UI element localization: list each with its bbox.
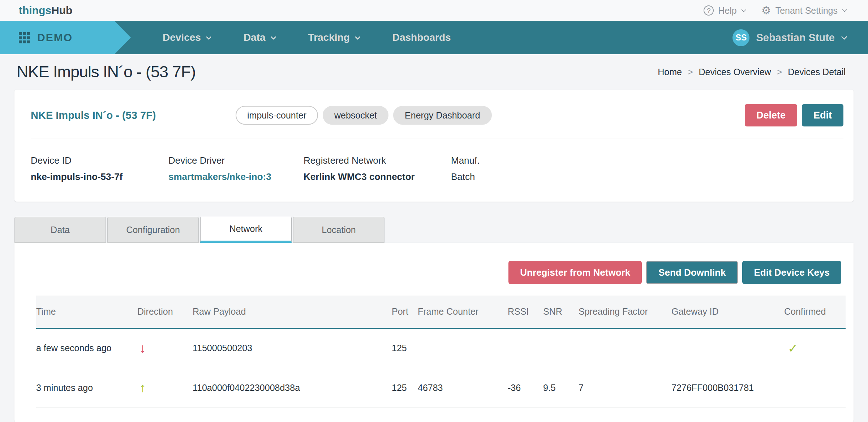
chevron-down-icon xyxy=(741,7,746,12)
nav-item-label: Dashboards xyxy=(392,32,451,43)
field-value: Kerlink WMC3 connector xyxy=(304,171,451,182)
tenant-settings-menu[interactable]: ⚙ Tenant Settings xyxy=(761,5,846,16)
field-device-driver: Device Driversmartmakers/nke-ino:3 xyxy=(168,155,304,182)
cell-spreading-factor: 7 xyxy=(579,408,671,422)
nav-item-devices[interactable]: Devices xyxy=(163,32,210,43)
page-header: NKE Impuls IN´o - (53 7F) Home>Devices O… xyxy=(0,54,868,90)
device-summary-card: NKE Impuls IN´o - (53 7F) impuls-counter… xyxy=(14,90,854,202)
tenant-switcher[interactable]: DEMO xyxy=(0,21,131,54)
column-header-spreading-factor: Spreading Factor xyxy=(579,296,671,328)
cell-time: 8 minutes ago xyxy=(36,408,137,422)
cell-time: 3 minutes ago xyxy=(36,368,137,408)
main-navbar: DEMO DevicesDataTrackingDashboards SS Se… xyxy=(0,21,868,54)
help-icon: ? xyxy=(704,5,714,16)
table-header-row: TimeDirectionRaw PayloadPortFrame Counte… xyxy=(36,296,846,328)
device-tags: impuls-counterwebsocketEnergy Dashboard xyxy=(236,106,492,125)
tenant-settings-label: Tenant Settings xyxy=(775,5,838,16)
column-header-time: Time xyxy=(36,296,137,328)
send-downlink-button[interactable]: Send Downlink xyxy=(646,261,738,284)
tab-location[interactable]: Location xyxy=(293,217,384,243)
chevron-down-icon xyxy=(842,7,847,12)
column-header-port: Port xyxy=(392,296,418,328)
field-value[interactable]: smartmakers/nke-ino:3 xyxy=(168,171,304,182)
cell-snr: 7.8 xyxy=(543,408,579,422)
field-device-id: Device IDnke-impuls-ino-53-7f xyxy=(31,155,168,182)
cell-time: a few seconds ago xyxy=(36,328,137,368)
field-label: Device Driver xyxy=(168,155,304,166)
uplink-table-wrap: TimeDirectionRaw PayloadPortFrame Counte… xyxy=(14,296,854,422)
column-header-frame-counter: Frame Counter xyxy=(418,296,508,328)
nav-item-label: Devices xyxy=(163,32,201,43)
table-row: 3 minutes ago↑110a000f0402230008d38a1254… xyxy=(36,368,846,408)
tab-network[interactable]: Network xyxy=(200,217,292,243)
edit-button[interactable]: Edit xyxy=(802,104,843,126)
breadcrumb-home[interactable]: Home xyxy=(658,67,682,77)
cell-confirmed: ✓ xyxy=(784,328,846,368)
nav-item-data[interactable]: Data xyxy=(244,32,275,43)
device-tag-impuls-counter: impuls-counter xyxy=(236,106,318,125)
user-menu[interactable]: SS Sebastian Stute xyxy=(732,21,868,54)
field-label: Manuf. xyxy=(451,155,480,166)
app-logo-things: things xyxy=(19,4,51,16)
tab-configuration[interactable]: Configuration xyxy=(107,217,199,243)
tenant-name: DEMO xyxy=(37,31,73,44)
downlink-arrow-icon: ↓ xyxy=(137,342,146,355)
column-header-raw-payload: Raw Payload xyxy=(193,296,392,328)
breadcrumb-separator: > xyxy=(688,67,693,77)
unregister-from-network-button[interactable]: Unregister from Network xyxy=(508,261,642,284)
nav-item-tracking[interactable]: Tracking xyxy=(308,32,359,43)
breadcrumb-devices-overview[interactable]: Devices Overview xyxy=(699,67,771,77)
chevron-down-icon xyxy=(270,34,276,40)
app-logo[interactable]: thingsHub xyxy=(19,4,72,17)
grid-icon xyxy=(19,32,30,43)
breadcrumb-devices-detail: Devices Detail xyxy=(788,67,846,77)
uplink-arrow-icon: ↑ xyxy=(137,381,146,394)
nav-item-label: Data xyxy=(244,32,266,43)
avatar: SS xyxy=(732,29,749,46)
page-title: NKE Impuls IN´o - (53 7F) xyxy=(17,63,195,81)
cell-raw-payload: 115000500203 xyxy=(193,328,392,368)
breadcrumb-separator: > xyxy=(777,67,782,77)
chevron-down-icon xyxy=(355,34,361,40)
cell-direction: ↑ xyxy=(137,408,193,422)
cell-gateway-id: 7276FF000B031781 xyxy=(671,408,784,422)
app-logo-hub: Hub xyxy=(51,4,72,16)
field-manuf: Manuf.Batch xyxy=(451,155,480,182)
cell-frame-counter: 46783 xyxy=(418,368,508,408)
user-name: Sebastian Stute xyxy=(756,32,835,44)
cell-gateway-id xyxy=(671,328,784,368)
tab-data[interactable]: Data xyxy=(14,217,106,243)
cell-rssi: -36 xyxy=(508,368,543,408)
cell-direction: ↑ xyxy=(137,368,193,408)
cell-snr: 9.5 xyxy=(543,368,579,408)
column-header-rssi: RSSI xyxy=(508,296,543,328)
cell-frame-counter xyxy=(418,328,508,368)
nav-item-dashboards[interactable]: Dashboards xyxy=(392,32,451,43)
help-label: Help xyxy=(718,5,736,16)
top-utility-bar: thingsHub ? Help ⚙ Tenant Settings xyxy=(0,0,868,21)
cell-confirmed xyxy=(784,408,846,422)
cell-frame-counter: 46782 xyxy=(418,408,508,422)
cell-rssi xyxy=(508,328,543,368)
cell-port: 125 xyxy=(392,368,418,408)
field-registered-network: Registered NetworkKerlink WMC3 connector xyxy=(304,155,451,182)
column-header-gateway-id: Gateway ID xyxy=(671,296,784,328)
divider xyxy=(31,138,843,138)
breadcrumb: Home>Devices Overview>Devices Detail xyxy=(658,67,846,77)
field-label: Registered Network xyxy=(304,155,451,166)
column-header-confirmed: Confirmed xyxy=(784,296,846,328)
table-row: 8 minutes ago↑110a000f0402230008cd381254… xyxy=(36,408,846,422)
device-title: NKE Impuls IN´o - (53 7F) xyxy=(31,109,236,121)
column-header-snr: SNR xyxy=(543,296,579,328)
uplink-table: TimeDirectionRaw PayloadPortFrame Counte… xyxy=(36,296,846,422)
cell-spreading-factor xyxy=(579,328,671,368)
cell-raw-payload: 110a000f0402230008cd38 xyxy=(193,408,392,422)
network-actions: Unregister from NetworkSend DownlinkEdit… xyxy=(14,261,854,284)
delete-button[interactable]: Delete xyxy=(745,104,797,126)
help-menu[interactable]: ? Help xyxy=(704,5,744,16)
field-label: Device ID xyxy=(31,155,168,166)
edit-device-keys-button[interactable]: Edit Device Keys xyxy=(742,261,841,284)
network-panel: Unregister from NetworkSend DownlinkEdit… xyxy=(14,243,854,422)
column-header-direction: Direction xyxy=(137,296,193,328)
device-tag-energy-dashboard: Energy Dashboard xyxy=(393,106,491,125)
